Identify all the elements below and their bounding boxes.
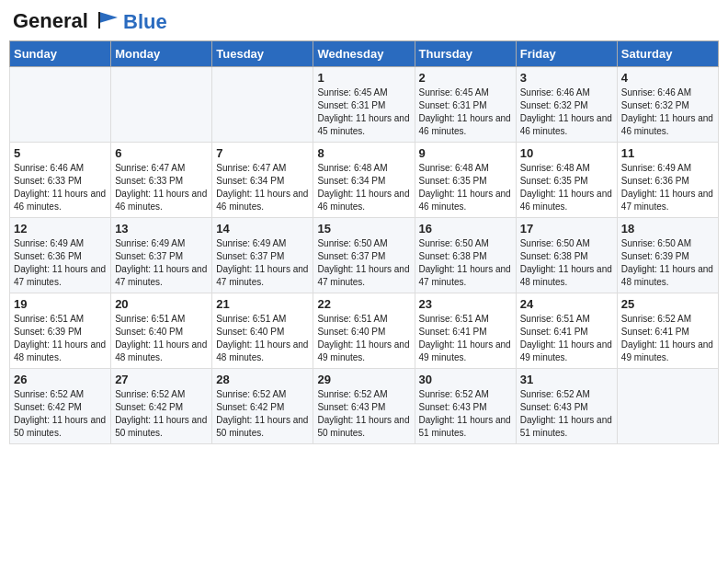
col-header-sunday: Sunday <box>10 41 111 67</box>
calendar-cell: 24Sunrise: 6:51 AMSunset: 6:41 PMDayligh… <box>516 293 617 369</box>
day-number: 8 <box>317 146 410 160</box>
day-number: 10 <box>520 146 613 160</box>
day-info: Sunrise: 6:47 AMSunset: 6:33 PMDaylight:… <box>115 162 208 213</box>
day-number: 17 <box>520 222 613 236</box>
day-info: Sunrise: 6:50 AMSunset: 6:38 PMDaylight:… <box>419 237 512 289</box>
logo: General Blue <box>13 9 167 33</box>
day-number: 28 <box>216 373 309 386</box>
calendar-cell: 5Sunrise: 6:46 AMSunset: 6:33 PMDaylight… <box>10 143 111 218</box>
day-info: Sunrise: 6:52 AMSunset: 6:42 PMDaylight:… <box>115 388 208 440</box>
day-info: Sunrise: 6:46 AMSunset: 6:33 PMDaylight:… <box>14 162 107 213</box>
day-number: 14 <box>216 222 309 236</box>
day-number: 2 <box>419 71 512 85</box>
calendar-cell: 12Sunrise: 6:49 AMSunset: 6:36 PMDayligh… <box>10 218 111 293</box>
day-info: Sunrise: 6:50 AMSunset: 6:37 PMDaylight:… <box>317 237 410 289</box>
day-number: 29 <box>317 373 410 386</box>
day-number: 31 <box>520 373 613 386</box>
day-number: 20 <box>115 297 208 311</box>
calendar-cell: 18Sunrise: 6:50 AMSunset: 6:39 PMDayligh… <box>617 218 718 293</box>
day-number: 3 <box>520 71 613 85</box>
calendar-cell <box>111 67 212 143</box>
day-info: Sunrise: 6:48 AMSunset: 6:34 PMDaylight:… <box>317 162 410 213</box>
day-number: 16 <box>419 222 512 236</box>
day-info: Sunrise: 6:49 AMSunset: 6:37 PMDaylight:… <box>115 237 208 289</box>
logo-flag-icon <box>96 10 121 30</box>
calendar-cell: 15Sunrise: 6:50 AMSunset: 6:37 PMDayligh… <box>313 218 415 293</box>
calendar-cell: 21Sunrise: 6:51 AMSunset: 6:40 PMDayligh… <box>212 293 313 369</box>
day-info: Sunrise: 6:51 AMSunset: 6:40 PMDaylight:… <box>216 313 309 364</box>
calendar-cell: 27Sunrise: 6:52 AMSunset: 6:42 PMDayligh… <box>111 369 212 444</box>
day-info: Sunrise: 6:49 AMSunset: 6:37 PMDaylight:… <box>216 237 309 289</box>
day-number: 15 <box>317 222 410 236</box>
calendar-cell: 31Sunrise: 6:52 AMSunset: 6:43 PMDayligh… <box>516 369 617 444</box>
day-info: Sunrise: 6:48 AMSunset: 6:35 PMDaylight:… <box>520 162 613 213</box>
day-number: 19 <box>14 297 107 311</box>
day-info: Sunrise: 6:49 AMSunset: 6:36 PMDaylight:… <box>621 162 714 213</box>
logo-general: General <box>13 9 88 32</box>
day-info: Sunrise: 6:52 AMSunset: 6:42 PMDaylight:… <box>14 388 107 440</box>
col-header-tuesday: Tuesday <box>212 41 313 67</box>
calendar-week-row: 26Sunrise: 6:52 AMSunset: 6:42 PMDayligh… <box>10 369 719 444</box>
calendar-week-row: 12Sunrise: 6:49 AMSunset: 6:36 PMDayligh… <box>10 218 719 293</box>
day-info: Sunrise: 6:52 AMSunset: 6:43 PMDaylight:… <box>317 388 410 440</box>
calendar-cell <box>212 67 313 143</box>
day-number: 23 <box>419 297 512 311</box>
day-info: Sunrise: 6:51 AMSunset: 6:40 PMDaylight:… <box>115 313 208 364</box>
day-number: 9 <box>419 146 512 160</box>
calendar-week-row: 5Sunrise: 6:46 AMSunset: 6:33 PMDaylight… <box>10 143 719 218</box>
day-info: Sunrise: 6:52 AMSunset: 6:43 PMDaylight:… <box>419 388 512 440</box>
svg-marker-0 <box>99 12 118 23</box>
calendar-cell: 1Sunrise: 6:45 AMSunset: 6:31 PMDaylight… <box>313 67 415 143</box>
col-header-thursday: Thursday <box>415 41 516 67</box>
col-header-saturday: Saturday <box>617 41 718 67</box>
day-info: Sunrise: 6:45 AMSunset: 6:31 PMDaylight:… <box>419 86 512 138</box>
day-info: Sunrise: 6:46 AMSunset: 6:32 PMDaylight:… <box>621 86 714 138</box>
logo-blue: Blue <box>123 10 167 33</box>
day-number: 26 <box>14 373 107 386</box>
day-info: Sunrise: 6:52 AMSunset: 6:43 PMDaylight:… <box>520 388 613 440</box>
calendar-cell: 28Sunrise: 6:52 AMSunset: 6:42 PMDayligh… <box>212 369 313 444</box>
day-info: Sunrise: 6:51 AMSunset: 6:41 PMDaylight:… <box>520 313 613 364</box>
day-info: Sunrise: 6:52 AMSunset: 6:41 PMDaylight:… <box>621 313 714 364</box>
calendar-cell: 11Sunrise: 6:49 AMSunset: 6:36 PMDayligh… <box>617 143 718 218</box>
day-number: 30 <box>419 373 512 386</box>
page-header: General Blue <box>9 9 719 33</box>
calendar-week-row: 1Sunrise: 6:45 AMSunset: 6:31 PMDaylight… <box>10 67 719 143</box>
day-number: 22 <box>317 297 410 311</box>
calendar-header-row: SundayMondayTuesdayWednesdayThursdayFrid… <box>10 41 719 67</box>
calendar-cell: 16Sunrise: 6:50 AMSunset: 6:38 PMDayligh… <box>415 218 516 293</box>
calendar-cell: 2Sunrise: 6:45 AMSunset: 6:31 PMDaylight… <box>415 67 516 143</box>
calendar-cell: 26Sunrise: 6:52 AMSunset: 6:42 PMDayligh… <box>10 369 111 444</box>
calendar-cell: 25Sunrise: 6:52 AMSunset: 6:41 PMDayligh… <box>617 293 718 369</box>
calendar-cell: 13Sunrise: 6:49 AMSunset: 6:37 PMDayligh… <box>111 218 212 293</box>
day-number: 12 <box>14 222 107 236</box>
day-info: Sunrise: 6:51 AMSunset: 6:41 PMDaylight:… <box>419 313 512 364</box>
day-info: Sunrise: 6:52 AMSunset: 6:42 PMDaylight:… <box>216 388 309 440</box>
calendar-cell: 14Sunrise: 6:49 AMSunset: 6:37 PMDayligh… <box>212 218 313 293</box>
day-number: 1 <box>317 71 410 85</box>
calendar-cell <box>10 67 111 143</box>
day-number: 11 <box>621 146 714 160</box>
col-header-wednesday: Wednesday <box>313 41 415 67</box>
day-info: Sunrise: 6:45 AMSunset: 6:31 PMDaylight:… <box>317 86 410 138</box>
calendar-cell: 20Sunrise: 6:51 AMSunset: 6:40 PMDayligh… <box>111 293 212 369</box>
day-number: 5 <box>14 146 107 160</box>
day-info: Sunrise: 6:51 AMSunset: 6:39 PMDaylight:… <box>14 313 107 364</box>
calendar-table: SundayMondayTuesdayWednesdayThursdayFrid… <box>9 40 719 444</box>
day-number: 18 <box>621 222 714 236</box>
calendar-cell: 6Sunrise: 6:47 AMSunset: 6:33 PMDaylight… <box>111 143 212 218</box>
calendar-cell: 17Sunrise: 6:50 AMSunset: 6:38 PMDayligh… <box>516 218 617 293</box>
day-info: Sunrise: 6:50 AMSunset: 6:39 PMDaylight:… <box>621 237 714 289</box>
calendar-cell: 22Sunrise: 6:51 AMSunset: 6:40 PMDayligh… <box>313 293 415 369</box>
day-number: 27 <box>115 373 208 386</box>
calendar-cell: 23Sunrise: 6:51 AMSunset: 6:41 PMDayligh… <box>415 293 516 369</box>
col-header-monday: Monday <box>111 41 212 67</box>
calendar-cell: 10Sunrise: 6:48 AMSunset: 6:35 PMDayligh… <box>516 143 617 218</box>
day-number: 4 <box>621 71 714 85</box>
day-number: 6 <box>115 146 208 160</box>
day-info: Sunrise: 6:48 AMSunset: 6:35 PMDaylight:… <box>419 162 512 213</box>
day-info: Sunrise: 6:46 AMSunset: 6:32 PMDaylight:… <box>520 86 613 138</box>
day-number: 7 <box>216 146 309 160</box>
calendar-cell: 4Sunrise: 6:46 AMSunset: 6:32 PMDaylight… <box>617 67 718 143</box>
day-info: Sunrise: 6:47 AMSunset: 6:34 PMDaylight:… <box>216 162 309 213</box>
